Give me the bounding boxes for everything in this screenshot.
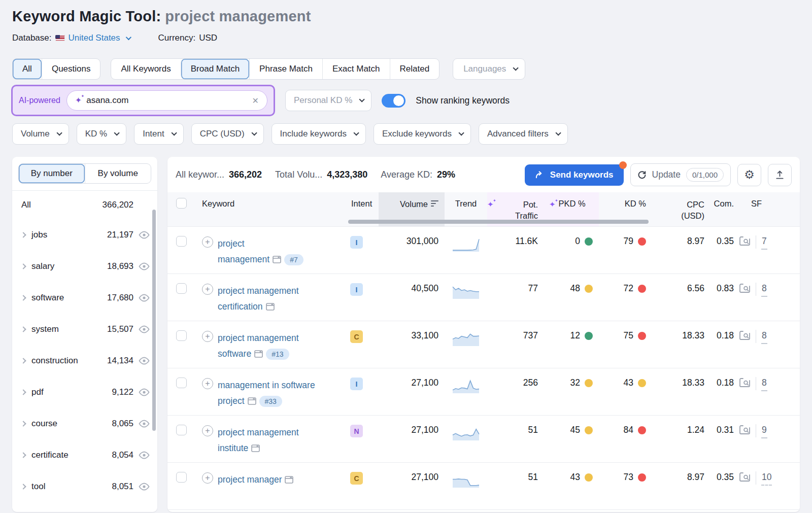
eye-icon[interactable] <box>138 481 150 493</box>
sidebar-item-construction[interactable]: construction 14,134 <box>12 345 157 377</box>
sidebar-scrollbar[interactable] <box>152 210 156 431</box>
update-button[interactable]: Update 0/1,000 <box>630 163 731 186</box>
row-checkbox[interactable] <box>176 472 187 483</box>
sidebar-tab-by-volume[interactable]: By volume <box>85 164 151 183</box>
tab-all[interactable]: All <box>13 59 42 79</box>
sidebar-item-system[interactable]: system 15,507 <box>12 314 157 345</box>
tab-exact-match[interactable]: Exact Match <box>322 59 390 79</box>
tab-questions[interactable]: Questions <box>42 59 100 79</box>
keyword-link[interactable]: projectmanagement #7 <box>218 236 303 267</box>
sf-count[interactable]: 10 <box>761 472 772 486</box>
keyword-link[interactable]: project managementcertification <box>218 283 299 314</box>
column-keyword[interactable]: Keyword <box>196 192 350 226</box>
chevron-right-icon[interactable] <box>20 421 26 426</box>
keyword-link[interactable]: management in softwareproject #33 <box>218 378 315 408</box>
serp-features-icon[interactable] <box>254 350 263 358</box>
row-checkbox[interactable] <box>176 283 187 294</box>
tab-broad-match[interactable]: Broad Match <box>181 59 249 79</box>
languages-dropdown[interactable]: Languages <box>453 58 525 80</box>
sidebar-tab-by-number[interactable]: By number <box>19 164 85 183</box>
serp-preview-icon[interactable] <box>739 283 751 294</box>
chevron-right-icon[interactable] <box>20 326 26 332</box>
chevron-right-icon[interactable] <box>20 484 26 489</box>
chevron-right-icon[interactable] <box>20 389 26 395</box>
tab-phrase-match[interactable]: Phrase Match <box>249 59 322 79</box>
column-cpc[interactable]: CPC(USD) <box>652 192 710 226</box>
sf-count[interactable]: 7 <box>761 236 767 250</box>
export-button[interactable] <box>768 164 792 186</box>
filter-intent-dropdown[interactable]: Intent <box>134 123 184 145</box>
filter-kd-dropdown[interactable]: KD % <box>77 123 126 145</box>
domain-search-value[interactable]: asana.com <box>86 95 128 106</box>
group-count: 18,693 <box>107 261 133 271</box>
send-keywords-button[interactable]: Send keywords <box>525 164 624 186</box>
serp-features-icon[interactable] <box>266 303 275 311</box>
sidebar-item-software[interactable]: software 17,680 <box>12 282 157 314</box>
row-checkbox[interactable] <box>176 236 187 247</box>
chevron-right-icon[interactable] <box>20 358 26 363</box>
clear-input-icon[interactable]: ✕ <box>252 96 259 106</box>
chevron-right-icon[interactable] <box>20 263 26 269</box>
keyword-link[interactable]: project managementinstitute <box>218 425 299 456</box>
eye-icon[interactable] <box>138 449 150 461</box>
sidebar-item-salary[interactable]: salary 18,693 <box>12 251 157 282</box>
tab-all-keywords[interactable]: All Keywords <box>111 59 180 79</box>
sf-count[interactable]: 9 <box>761 425 767 438</box>
sidebar-item-all[interactable]: All 366,202 <box>12 191 157 219</box>
add-keyword-icon[interactable]: + <box>202 425 213 436</box>
database-selector[interactable]: Database: United States <box>12 33 130 43</box>
eye-icon[interactable] <box>138 260 150 272</box>
serp-features-icon[interactable] <box>248 397 256 405</box>
sf-count[interactable]: 8 <box>761 330 767 344</box>
filter-cpc-usd-dropdown[interactable]: CPC (USD) <box>191 123 264 145</box>
show-ranking-keywords-toggle[interactable] <box>382 94 405 108</box>
database-value[interactable]: United States <box>69 33 120 43</box>
filter-advanced-filters-dropdown[interactable]: Advanced filters <box>479 123 568 145</box>
serp-preview-icon[interactable] <box>739 378 751 388</box>
chevron-right-icon[interactable] <box>20 295 26 300</box>
row-checkbox[interactable] <box>176 378 187 388</box>
eye-icon[interactable] <box>138 229 150 241</box>
sidebar-item-course[interactable]: course 8,065 <box>12 408 157 439</box>
table-settings-button[interactable]: ⚙ <box>737 164 761 186</box>
eye-icon[interactable] <box>138 418 150 430</box>
add-keyword-icon[interactable]: + <box>202 331 213 342</box>
horizontal-scrollbar[interactable] <box>348 220 649 224</box>
sidebar-item-pdf[interactable]: pdf 9,122 <box>12 377 157 408</box>
sidebar-item-jobs[interactable]: jobs 21,197 <box>12 219 157 251</box>
serp-preview-icon[interactable] <box>739 236 751 247</box>
column-com[interactable]: Com. <box>710 192 736 226</box>
serp-features-icon[interactable] <box>273 256 281 263</box>
serp-preview-icon[interactable] <box>739 330 751 341</box>
serp-features-icon[interactable] <box>251 444 260 452</box>
row-checkbox[interactable] <box>176 425 187 435</box>
keyword-link[interactable]: project managementsoftware #13 <box>218 330 299 361</box>
chevron-right-icon[interactable] <box>20 452 26 458</box>
add-keyword-icon[interactable]: + <box>202 378 213 389</box>
domain-search-input[interactable]: ✦ asana.com ✕ <box>66 90 267 111</box>
select-all-checkbox[interactable] <box>176 198 187 209</box>
eye-icon[interactable] <box>138 386 150 398</box>
eye-icon[interactable] <box>138 355 150 367</box>
add-keyword-icon[interactable]: + <box>202 284 213 295</box>
filter-volume-dropdown[interactable]: Volume <box>12 123 69 145</box>
eye-icon[interactable] <box>138 323 150 335</box>
serp-preview-icon[interactable] <box>739 425 751 435</box>
add-keyword-icon[interactable]: + <box>202 472 213 484</box>
chevron-right-icon[interactable] <box>20 232 26 237</box>
add-keyword-icon[interactable]: + <box>202 236 213 248</box>
sf-count[interactable]: 8 <box>761 378 767 391</box>
keyword-link[interactable]: project manager <box>218 472 293 488</box>
sf-count[interactable]: 8 <box>761 283 767 297</box>
row-checkbox[interactable] <box>176 330 187 341</box>
serp-preview-icon[interactable] <box>739 472 751 483</box>
serp-features-icon[interactable] <box>285 476 293 484</box>
column-sf[interactable]: SF <box>736 192 795 226</box>
sidebar-item-tool[interactable]: tool 8,051 <box>12 471 157 502</box>
tab-related[interactable]: Related <box>390 59 439 79</box>
personal-kd-dropdown[interactable]: Personal KD % <box>285 90 371 111</box>
sidebar-item-certificate[interactable]: certificate 8,054 <box>12 439 157 471</box>
filter-include-keywords-dropdown[interactable]: Include keywords <box>272 123 366 145</box>
filter-exclude-keywords-dropdown[interactable]: Exclude keywords <box>374 123 471 145</box>
eye-icon[interactable] <box>138 292 150 304</box>
